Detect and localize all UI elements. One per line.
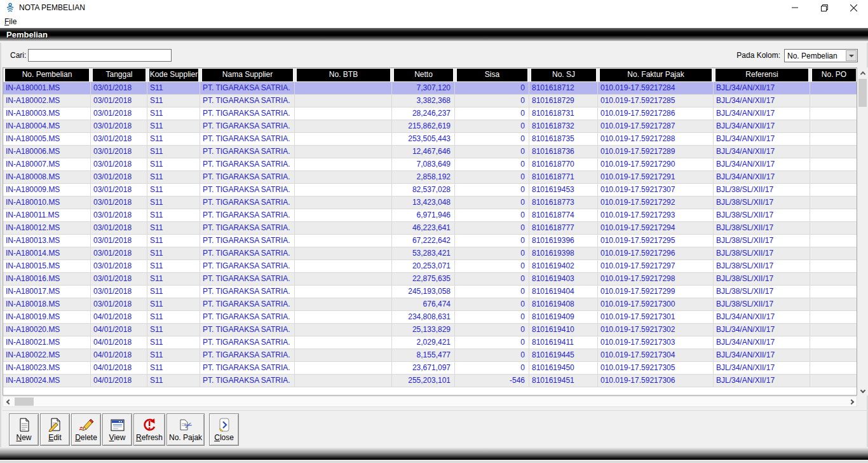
cell-netto: 20,253,071	[392, 260, 455, 273]
scroll-left-icon[interactable]	[3, 397, 14, 406]
cell-no_pembelian: IN-A180017.MS	[3, 286, 91, 298]
table-row[interactable]: IN-A180008.MS03/01/2018S11PT. TIGARAKSA …	[3, 171, 857, 184]
cell-no_sj: 8101618777	[529, 222, 598, 235]
cell-no_faktur_pajak: 010.019-17.59217285	[598, 95, 714, 107]
cell-no_faktur_pajak: 010.019-17.59217292	[598, 197, 714, 209]
cell-no_pembelian: IN-A180003.MS	[3, 107, 91, 120]
close-icon[interactable]	[839, 0, 868, 15]
table-row[interactable]: IN-A180022.MS04/01/2018S11PT. TIGARAKSA …	[3, 349, 857, 362]
cell-no_btb	[295, 375, 392, 387]
cell-no_btb	[295, 146, 392, 158]
cell-tanggal: 03/01/2018	[91, 171, 147, 184]
cell-sisa: 0	[455, 107, 529, 120]
table-row[interactable]: IN-A180014.MS03/01/2018S11PT. TIGARAKSA …	[3, 247, 857, 260]
scroll-up-icon[interactable]	[857, 67, 868, 78]
cell-netto: 7,083,649	[392, 158, 455, 171]
column-header-no_po[interactable]: No. PO	[810, 68, 857, 82]
refresh-button[interactable]: Refresh	[133, 413, 165, 446]
table-row[interactable]: IN-A180011.MS03/01/2018S11PT. TIGARAKSA …	[3, 209, 857, 222]
cell-no_faktur_pajak: 010.019-17.59217289	[598, 146, 714, 158]
table-row[interactable]: IN-A180005.MS03/01/2018S11PT. TIGARAKSA …	[3, 133, 857, 146]
cell-sisa: 0	[455, 286, 529, 298]
column-header-referensi[interactable]: Referensi	[714, 68, 810, 82]
table-row[interactable]: IN-A180007.MS03/01/2018S11PT. TIGARAKSA …	[3, 158, 857, 171]
cell-no_po	[810, 171, 857, 184]
table-row[interactable]: IN-A180015.MS03/01/2018S11PT. TIGARAKSA …	[3, 260, 857, 273]
view-button[interactable]: View	[102, 413, 132, 446]
table-row[interactable]: IN-A180001.MS03/01/2018S11PT. TIGARAKSA …	[3, 82, 857, 95]
table-row[interactable]: IN-A180006.MS03/01/2018S11PT. TIGARAKSA …	[3, 146, 857, 158]
cell-referensi: BJL/38/SL/XII/17	[714, 286, 810, 298]
column-header-no_btb[interactable]: No. BTB	[295, 68, 392, 82]
horizontal-scrollbar[interactable]	[3, 396, 857, 407]
cell-tanggal: 03/01/2018	[91, 286, 147, 298]
table-row[interactable]: IN-A180004.MS03/01/2018S11PT. TIGARAKSA …	[3, 120, 857, 133]
column-header-no_pembelian[interactable]: No. Pembelian	[3, 68, 91, 82]
vertical-scrollbar[interactable]	[857, 67, 868, 396]
chevron-down-icon[interactable]	[846, 50, 857, 61]
cell-no_faktur_pajak: 010.019-17.59217287	[598, 120, 714, 133]
cell-no_btb	[295, 311, 392, 324]
table-row[interactable]: IN-A180018.MS03/01/2018S11PT. TIGARAKSA …	[3, 298, 857, 311]
column-header-kode_supplier[interactable]: Kode Supplier	[147, 68, 200, 82]
cell-referensi: BJL/38/SL/XII/17	[714, 184, 810, 197]
column-header-nama_supplier[interactable]: Nama Supplier	[200, 68, 295, 82]
scroll-down-icon[interactable]	[857, 385, 868, 396]
table-row[interactable]: IN-A180023.MS04/01/2018S11PT. TIGARAKSA …	[3, 362, 857, 375]
cell-no_sj: 8101619398	[529, 247, 598, 260]
cell-no_sj: 8101619451	[529, 375, 598, 387]
scroll-right-icon[interactable]	[846, 397, 857, 406]
cell-tanggal: 03/01/2018	[91, 146, 147, 158]
cell-no_po	[810, 209, 857, 222]
column-header-netto[interactable]: Netto	[392, 68, 455, 82]
cell-nama_supplier: PT. TIGARAKSA SATRIA.	[200, 184, 295, 197]
cell-no_po	[810, 222, 857, 235]
column-header-no_faktur_pajak[interactable]: No. Faktur Pajak	[598, 68, 714, 82]
cell-no_sj: 8101619411	[529, 336, 598, 349]
table-row[interactable]: IN-A180017.MS03/01/2018S11PT. TIGARAKSA …	[3, 286, 857, 298]
edit-button[interactable]: Edit	[40, 413, 70, 446]
cell-no_po	[810, 120, 857, 133]
horizontal-scroll-thumb[interactable]	[15, 397, 34, 406]
column-header-no_sj[interactable]: No. SJ	[529, 68, 598, 82]
search-input[interactable]	[28, 49, 172, 62]
column-header-tanggal[interactable]: Tanggal	[91, 68, 147, 82]
column-header-sisa[interactable]: Sisa	[455, 68, 529, 82]
table-row[interactable]: IN-A180019.MS04/01/2018S11PT. TIGARAKSA …	[3, 311, 857, 324]
cell-nama_supplier: PT. TIGARAKSA SATRIA.	[200, 120, 295, 133]
cell-sisa: 0	[455, 260, 529, 273]
cell-nama_supplier: PT. TIGARAKSA SATRIA.	[200, 133, 295, 146]
table-row[interactable]: IN-A180016.MS03/01/2018S11PT. TIGARAKSA …	[3, 273, 857, 286]
table-row[interactable]: IN-A180002.MS03/01/2018S11PT. TIGARAKSA …	[3, 95, 857, 107]
minimize-button[interactable]	[780, 0, 810, 15]
column-filter-select[interactable]: No. Pembelian	[784, 49, 858, 62]
cell-no_pembelian: IN-A180005.MS	[3, 133, 91, 146]
cell-kode_supplier: S11	[147, 222, 200, 235]
menu-file[interactable]: File	[0, 16, 21, 27]
close-button[interactable]: Close	[209, 413, 239, 446]
delete-button[interactable]: Delete	[71, 413, 101, 446]
restore-button[interactable]	[810, 0, 839, 15]
cell-kode_supplier: S11	[147, 298, 200, 311]
cell-referensi: BJL/38/SL/XII/17	[714, 247, 810, 260]
table-row[interactable]: IN-A180010.MS03/01/2018S11PT. TIGARAKSA …	[3, 197, 857, 209]
cell-no_po	[810, 260, 857, 273]
table-row[interactable]: IN-A180003.MS03/01/2018S11PT. TIGARAKSA …	[3, 107, 857, 120]
cell-no_faktur_pajak: 010.019-17.59217297	[598, 260, 714, 273]
cell-tanggal: 03/01/2018	[91, 235, 147, 247]
table-row[interactable]: IN-A180024.MS04/01/2018S11PT. TIGARAKSA …	[3, 375, 857, 387]
table-row[interactable]: IN-A180021.MS04/01/2018S11PT. TIGARAKSA …	[3, 336, 857, 349]
table-row[interactable]: IN-A180013.MS03/01/2018S11PT. TIGARAKSA …	[3, 235, 857, 247]
vertical-scroll-thumb[interactable]	[858, 79, 867, 107]
cell-kode_supplier: S11	[147, 209, 200, 222]
no-pajak-button[interactable]: ✂ No. Pajak	[166, 413, 205, 446]
cell-no_faktur_pajak: 010.019-17.59217304	[598, 349, 714, 362]
refresh-icon	[142, 417, 156, 432]
table-row[interactable]: IN-A180012.MS03/01/2018S11PT. TIGARAKSA …	[3, 222, 857, 235]
client-area: Cari: Pada Kolom: No. Pembelian No. Pemb…	[0, 43, 868, 447]
table-row[interactable]: IN-A180009.MS03/01/2018S11PT. TIGARAKSA …	[3, 184, 857, 197]
new-button[interactable]: New	[9, 413, 39, 446]
cell-no_sj: 8101618735	[529, 133, 598, 146]
cell-no_btb	[295, 184, 392, 197]
table-row[interactable]: IN-A180020.MS04/01/2018S11PT. TIGARAKSA …	[3, 324, 857, 336]
